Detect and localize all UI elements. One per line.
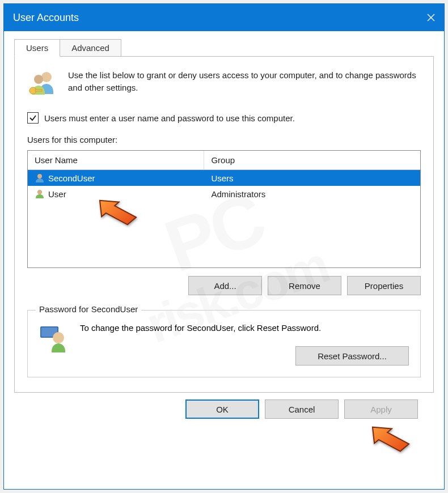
table-row[interactable]: SecondUser Users (28, 170, 420, 186)
svg-point-7 (37, 190, 42, 194)
svg-point-3 (34, 75, 43, 84)
titlebar: User Accounts (4, 4, 444, 31)
add-button[interactable]: Add... (188, 276, 262, 295)
password-groupbox: Password for SecondUser To change the pa… (27, 310, 421, 377)
svg-point-2 (41, 72, 52, 82)
user-icon (35, 189, 45, 199)
svg-point-10 (53, 332, 64, 343)
intro-row: Use the list below to grant or deny user… (27, 69, 421, 100)
properties-button[interactable]: Properties (347, 276, 421, 295)
user-accounts-dialog: User Accounts PC risk.com Users Advanced (3, 3, 445, 490)
user-card-icon (39, 323, 70, 354)
content-area: PC risk.com Users Advanced Use the list … (4, 31, 444, 489)
column-header-group[interactable]: Group (204, 151, 420, 169)
tab-users[interactable]: Users (14, 39, 60, 57)
userlist-label: Users for this computer: (27, 135, 421, 144)
reset-password-button[interactable]: Reset Password... (295, 346, 409, 366)
tab-body: Use the list below to grant or deny user… (14, 56, 434, 393)
dialog-button-row: OK Cancel Apply (14, 393, 434, 429)
close-button[interactable] (418, 4, 444, 31)
require-password-row: Users must enter a user name and passwor… (27, 112, 421, 124)
close-icon (427, 14, 435, 22)
ok-button[interactable]: OK (185, 400, 259, 419)
apply-button[interactable]: Apply (344, 400, 418, 419)
intro-text: Use the list below to grant or deny user… (68, 69, 421, 94)
table-row[interactable]: User Administrators (28, 186, 420, 202)
require-password-label: Users must enter a user name and passwor… (44, 113, 295, 123)
checkmark-icon (29, 114, 37, 122)
users-list[interactable]: User Name Group SecondUser Users (27, 150, 421, 268)
users-key-icon (27, 69, 58, 100)
tab-advanced[interactable]: Advanced (60, 39, 121, 57)
tabs-strip: Users Advanced (14, 39, 434, 57)
user-button-row: Add... Remove Properties (27, 276, 421, 295)
user-icon (35, 173, 45, 183)
window-title: User Accounts (13, 12, 418, 24)
list-header: User Name Group (28, 151, 420, 170)
password-text: To change the password for SecondUser, c… (80, 323, 409, 333)
require-password-checkbox[interactable] (27, 112, 39, 124)
cancel-button[interactable]: Cancel (265, 400, 339, 419)
password-groupbox-title: Password for SecondUser (36, 304, 141, 314)
column-header-username[interactable]: User Name (28, 151, 204, 169)
svg-rect-5 (35, 90, 42, 91)
svg-point-6 (37, 174, 42, 178)
remove-button[interactable]: Remove (268, 276, 341, 295)
